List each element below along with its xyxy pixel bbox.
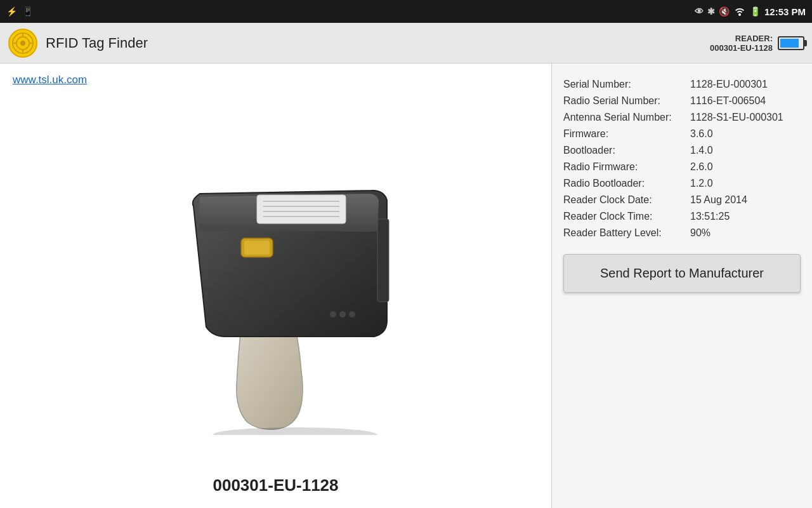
usb-icon: ⚡ bbox=[6, 6, 17, 17]
info-row: Serial Number:1128-EU-000301 bbox=[563, 76, 801, 93]
info-label: Bootloader: bbox=[563, 145, 690, 156]
header-bar: RFID Tag Finder READER: 000301-EU-1128 bbox=[0, 23, 812, 64]
bluetooth-icon: ✱ bbox=[707, 6, 715, 17]
wifi-icon bbox=[733, 6, 746, 18]
status-time: 12:53 PM bbox=[764, 6, 806, 17]
svg-point-15 bbox=[213, 427, 377, 435]
device-label: 000301-EU-1128 bbox=[213, 476, 338, 495]
info-label: Radio Serial Number: bbox=[563, 95, 690, 107]
battery-status-icon: 🔋 bbox=[750, 6, 761, 17]
info-value: 1.4.0 bbox=[690, 145, 713, 156]
app-title: RFID Tag Finder bbox=[46, 35, 148, 51]
svg-rect-10 bbox=[244, 241, 270, 255]
info-row: Firmware:3.6.0 bbox=[563, 126, 801, 142]
info-value: 1128-EU-000301 bbox=[690, 79, 768, 90]
info-row: Radio Firmware:2.6.0 bbox=[563, 159, 801, 175]
info-label: Firmware: bbox=[563, 128, 690, 140]
info-value: 3.6.0 bbox=[690, 128, 713, 140]
send-report-button[interactable]: Send Report to Manufacturer bbox=[563, 254, 801, 293]
info-label: Serial Number: bbox=[563, 79, 690, 90]
device-image-container bbox=[13, 93, 539, 498]
header-left: RFID Tag Finder bbox=[8, 28, 148, 58]
info-row: Radio Serial Number:1116-ET-006504 bbox=[563, 93, 801, 109]
info-row: Reader Battery Level:90% bbox=[563, 225, 801, 241]
svg-rect-4 bbox=[257, 195, 346, 224]
right-panel: Serial Number:1128-EU-000301Radio Serial… bbox=[552, 64, 812, 508]
info-value: 90% bbox=[690, 227, 710, 239]
main-content: www.tsl.uk.com bbox=[0, 64, 812, 508]
battery-fill bbox=[780, 39, 799, 48]
info-row: Antenna Serial Number:1128-S1-EU-000301 bbox=[563, 109, 801, 126]
info-row: Bootloader:1.4.0 bbox=[563, 142, 801, 159]
svg-point-13 bbox=[349, 311, 355, 318]
info-value: 1.2.0 bbox=[690, 178, 713, 189]
left-panel: www.tsl.uk.com bbox=[0, 64, 552, 508]
svg-rect-14 bbox=[377, 219, 389, 302]
svg-point-11 bbox=[330, 311, 336, 318]
eye-icon: 👁 bbox=[695, 6, 704, 17]
info-value: 13:51:25 bbox=[690, 211, 730, 222]
info-value: 2.6.0 bbox=[690, 161, 713, 173]
info-label: Radio Firmware: bbox=[563, 161, 690, 173]
info-label: Radio Bootloader: bbox=[563, 178, 690, 189]
info-value: 1128-S1-EU-000301 bbox=[690, 112, 783, 123]
reader-id: 000301-EU-1128 bbox=[710, 43, 773, 53]
info-label: Antenna Serial Number: bbox=[563, 112, 690, 123]
info-row: Reader Clock Date:15 Aug 2014 bbox=[563, 192, 801, 208]
device-image bbox=[143, 156, 409, 435]
info-value: 1116-ET-006504 bbox=[690, 95, 766, 107]
phone-icon: 📱 bbox=[22, 6, 33, 17]
info-value: 15 Aug 2014 bbox=[690, 194, 747, 206]
info-table: Serial Number:1128-EU-000301Radio Serial… bbox=[563, 76, 801, 241]
mute-icon: 🔇 bbox=[719, 6, 730, 17]
reader-info: READER: 000301-EU-1128 bbox=[710, 34, 773, 53]
header-right: READER: 000301-EU-1128 bbox=[710, 34, 804, 53]
website-link[interactable]: www.tsl.uk.com bbox=[13, 74, 87, 86]
info-label: Reader Clock Date: bbox=[563, 194, 690, 206]
status-bar-left: ⚡ 📱 bbox=[6, 6, 33, 17]
svg-point-3 bbox=[20, 41, 25, 46]
app-logo bbox=[8, 28, 38, 58]
info-row: Reader Clock Time:13:51:25 bbox=[563, 208, 801, 225]
info-label: Reader Clock Time: bbox=[563, 211, 690, 222]
status-bar: ⚡ 📱 👁 ✱ 🔇 🔋 12:53 PM bbox=[0, 0, 812, 23]
svg-point-12 bbox=[339, 311, 346, 318]
battery-indicator bbox=[778, 36, 804, 50]
info-label: Reader Battery Level: bbox=[563, 227, 690, 239]
info-row: Radio Bootloader:1.2.0 bbox=[563, 175, 801, 192]
reader-label: READER: bbox=[710, 34, 773, 43]
status-bar-right: 👁 ✱ 🔇 🔋 12:53 PM bbox=[695, 6, 806, 18]
